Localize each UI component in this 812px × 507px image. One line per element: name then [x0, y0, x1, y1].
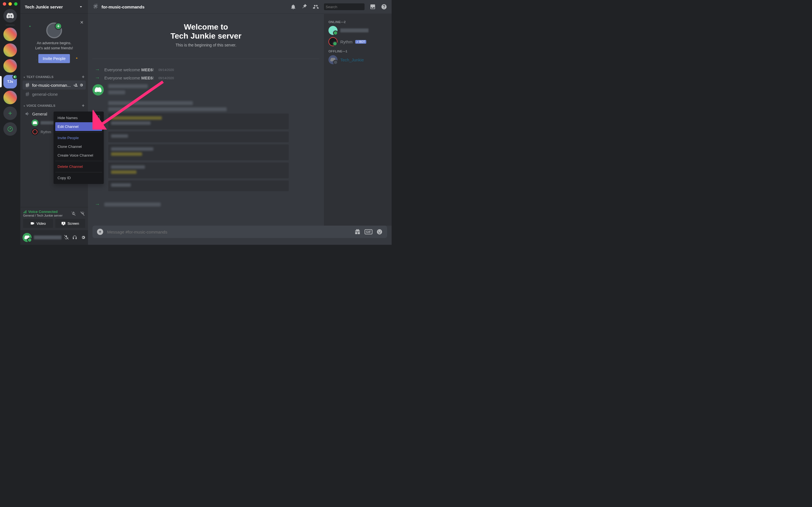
- members-offline-header: OFFLINE—1: [326, 47, 389, 54]
- members-toggle-icon[interactable]: [313, 4, 319, 10]
- gear-icon[interactable]: [79, 83, 84, 87]
- ctx-invite-people[interactable]: Invite People: [55, 133, 102, 142]
- invite-text: An adventure begins.Let's add some frien…: [25, 41, 84, 51]
- system-message: → Everyone welcome MEE6! 09/14/2020: [95, 74, 319, 82]
- topbar: for-music-commands: [88, 0, 392, 13]
- member-item-rythm[interactable]: Rythm ✓ BOT: [326, 36, 389, 47]
- deafen-icon[interactable]: [72, 235, 77, 240]
- invite-people-button[interactable]: Invite People: [38, 54, 70, 63]
- close-icon[interactable]: ×: [80, 19, 84, 25]
- voice-indicator-icon: [12, 74, 17, 79]
- avatar-placeholder-icon: [46, 22, 62, 38]
- server-rail: TJs +: [0, 0, 20, 245]
- server-item[interactable]: [3, 27, 17, 41]
- bot-tag: ✓ BOT: [355, 40, 366, 44]
- help-icon[interactable]: [381, 4, 387, 10]
- voice-panel: Voice Connected General / Tech Junkie se…: [20, 207, 88, 230]
- gif-button[interactable]: GIF: [364, 229, 372, 234]
- ctx-copy-id[interactable]: Copy ID: [55, 173, 102, 182]
- video-button[interactable]: Video: [23, 219, 53, 228]
- main: for-music-commands Welcome to Tech Junki…: [88, 0, 392, 245]
- add-channel-button[interactable]: +: [82, 74, 85, 79]
- server-item[interactable]: [3, 91, 17, 104]
- noise-suppression-icon[interactable]: [71, 211, 76, 216]
- server-item[interactable]: [3, 43, 17, 57]
- user-panel: [20, 230, 88, 245]
- system-message: → Everyone welcome MEE6! 09/14/2020: [95, 66, 319, 74]
- category-text-channels[interactable]: ▾ TEXT CHANNELS +: [22, 70, 86, 80]
- inbox-icon[interactable]: [370, 4, 376, 10]
- invite-card: × ✦✦· An adventure begins.Let's add some…: [22, 18, 86, 68]
- category-voice-channels[interactable]: ▾ VOICE CHANNELS +: [22, 99, 86, 109]
- server-item-selected[interactable]: TJs: [3, 75, 17, 89]
- chevron-down-icon: [79, 4, 84, 9]
- server-item[interactable]: [3, 59, 17, 73]
- member-item[interactable]: [326, 25, 389, 36]
- ctx-delete-channel[interactable]: Delete Channel: [55, 162, 102, 171]
- mute-icon[interactable]: [64, 235, 69, 240]
- server-name: Tech Junkie server: [25, 4, 63, 9]
- members-online-header: ONLINE—2: [326, 18, 389, 25]
- ctx-edit-channel[interactable]: Edit Channel: [55, 122, 102, 131]
- voice-status: Voice Connected: [23, 210, 63, 214]
- gift-icon[interactable]: [354, 229, 361, 235]
- avatar[interactable]: [93, 84, 104, 96]
- ctx-hide-names[interactable]: Hide Names: [55, 113, 102, 122]
- channel-general-clone[interactable]: general-clone: [22, 90, 86, 99]
- add-channel-button[interactable]: +: [82, 103, 85, 108]
- channel-title: for-music-commands: [101, 4, 288, 9]
- hash-icon: [93, 3, 99, 11]
- message: [93, 99, 319, 196]
- pinned-icon[interactable]: [301, 4, 308, 10]
- messages: Welcome to Tech Junkie server This is th…: [88, 13, 324, 226]
- channel-for-music-commands[interactable]: for-music-comman...: [22, 80, 86, 90]
- invite-icon[interactable]: [73, 83, 78, 87]
- message: [93, 82, 319, 99]
- self-avatar[interactable]: [22, 233, 32, 242]
- context-menu: Hide Names Edit Channel Invite People Cl…: [54, 112, 104, 184]
- join-arrow-icon: →: [95, 75, 100, 81]
- join-arrow-icon: →: [95, 67, 100, 73]
- join-arrow-icon: →: [95, 202, 100, 207]
- emoji-icon[interactable]: [376, 229, 383, 235]
- search-input[interactable]: [324, 3, 364, 10]
- ctx-create-voice-channel[interactable]: Create Voice Channel: [55, 151, 102, 160]
- composer: + GIF: [88, 226, 392, 245]
- window-controls[interactable]: [3, 2, 17, 6]
- disconnect-icon[interactable]: [80, 211, 85, 216]
- message-input[interactable]: [107, 230, 350, 234]
- explore-button[interactable]: [3, 122, 17, 136]
- system-message: →: [95, 200, 319, 209]
- checkbox-icon: [95, 115, 100, 120]
- home-button[interactable]: [3, 9, 17, 22]
- settings-icon[interactable]: [81, 235, 86, 240]
- attach-button[interactable]: +: [97, 229, 103, 235]
- welcome-block: Welcome to Tech Junkie server This is th…: [93, 18, 319, 52]
- member-item-tech-junkie[interactable]: Tech_Junkie: [326, 54, 389, 65]
- server-header[interactable]: Tech Junkie server: [20, 0, 88, 13]
- screen-share-button[interactable]: Screen: [55, 219, 85, 228]
- members-list: ONLINE—2 Rythm ✓ BOT OFFLINE—1 Tech_Junk…: [324, 13, 392, 226]
- ctx-clone-channel[interactable]: Clone Channel: [55, 142, 102, 151]
- notifications-icon[interactable]: [290, 4, 296, 10]
- add-server-button[interactable]: +: [3, 107, 17, 120]
